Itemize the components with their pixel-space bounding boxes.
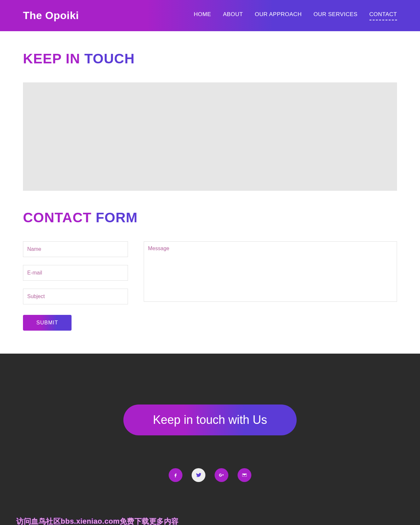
nav-home[interactable]: HOME (194, 11, 211, 20)
subject-field[interactable] (23, 289, 128, 304)
contact-form (23, 241, 397, 304)
nav-contact[interactable]: CONTACT (369, 11, 397, 20)
submit-button[interactable]: SUBMIT (23, 315, 72, 331)
heading-part2: TOUCH (84, 51, 135, 66)
heading-part1: CONTACT (23, 210, 96, 225)
message-field[interactable] (144, 241, 397, 302)
nav-our-services[interactable]: OUR SERVICES (313, 11, 357, 20)
form-left-column (23, 241, 128, 304)
page-main: KEEP IN TOUCH CONTACT FORM SUBMIT (0, 31, 420, 354)
googleplus-icon[interactable] (215, 468, 228, 482)
watermark-text: 访问血鸟社区bbs.xieniao.com免费下载更多内容 (16, 516, 179, 525)
heading-part1: KEEP IN (23, 51, 84, 66)
email-field[interactable] (23, 265, 128, 281)
facebook-icon[interactable] (169, 468, 182, 482)
form-right-column (144, 241, 397, 303)
site-logo[interactable]: The Opoiki (23, 10, 79, 22)
name-field[interactable] (23, 241, 128, 257)
site-header: The Opoiki HOME ABOUT OUR APPROACH OUR S… (0, 0, 420, 31)
social-links (169, 468, 251, 482)
cta-keep-in-touch[interactable]: Keep in touch with Us (123, 405, 297, 435)
mail-icon[interactable] (238, 468, 251, 482)
primary-nav: HOME ABOUT OUR APPROACH OUR SERVICES CON… (194, 11, 397, 20)
heading-contact-form: CONTACT FORM (23, 210, 397, 226)
footer-hero: Keep in touch with Us 访问血鸟社区bbs.xieniao.… (0, 354, 420, 525)
twitter-icon[interactable] (192, 468, 205, 482)
nav-our-approach[interactable]: OUR APPROACH (255, 11, 302, 20)
map-embed[interactable] (23, 82, 397, 191)
heading-part2: FORM (96, 210, 138, 225)
heading-keep-in-touch: KEEP IN TOUCH (23, 51, 397, 67)
nav-about[interactable]: ABOUT (223, 11, 243, 20)
